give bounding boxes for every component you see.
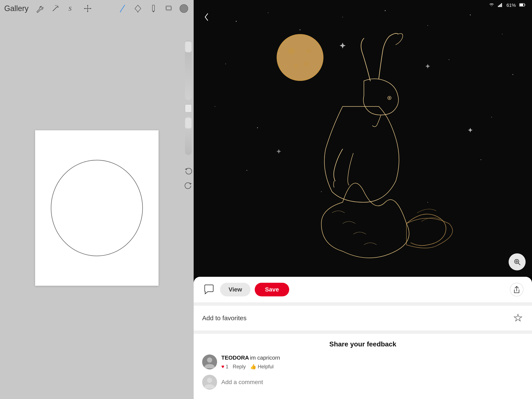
toolbar-right-tools [117, 3, 189, 14]
reply-label: Reply [233, 364, 246, 370]
svg-point-41 [513, 74, 513, 75]
brush-size-scrollbar [183, 34, 194, 399]
svg-rect-22 [498, 6, 499, 7]
color-swatch[interactable] [178, 3, 189, 14]
visual-search-button[interactable] [509, 253, 526, 270]
opacity-slider-track[interactable] [185, 40, 192, 100]
procreate-toolbar: Gallery S [0, 0, 194, 17]
add-comment-input[interactable] [221, 379, 524, 386]
current-user-avatar [202, 375, 217, 390]
layers-tool[interactable] [163, 3, 174, 14]
svg-point-53 [294, 64, 298, 68]
smudge-tool[interactable] [148, 3, 159, 14]
share-button[interactable] [510, 283, 524, 296]
helpful-button[interactable]: 👍 Helpful [250, 364, 274, 370]
user-avatar [202, 354, 217, 369]
svg-point-30 [236, 21, 237, 22]
pin-image[interactable] [194, 0, 532, 277]
comment-button[interactable] [202, 283, 216, 296]
svg-rect-29 [194, 0, 532, 277]
circle-drawing [48, 148, 146, 268]
svg-point-31 [268, 13, 269, 13]
svg-point-33 [342, 17, 343, 18]
svg-point-63 [207, 357, 212, 363]
svg-line-4 [57, 5, 57, 6]
capricorn-illustration [194, 0, 532, 277]
move-tool[interactable] [82, 3, 93, 14]
magic-wand-tool[interactable] [50, 3, 61, 14]
svg-point-37 [502, 34, 503, 34]
svg-point-56 [389, 97, 390, 99]
feedback-section: Share your feedback TEODORA im capricorn [194, 334, 532, 399]
favorites-bar: Add to favorites [194, 306, 532, 330]
comment-content: TEODORA im capricorn ♥ 1 Reply 👍 [221, 354, 524, 370]
gallery-button[interactable]: Gallery [4, 4, 29, 13]
svg-marker-16 [152, 11, 154, 12]
action-bar: View Save [194, 277, 532, 302]
svg-rect-18 [166, 7, 171, 11]
svg-point-52 [304, 61, 309, 66]
svg-point-43 [257, 127, 258, 128]
thumbs-up-icon: 👍 [250, 364, 256, 370]
helpful-label: Helpful [258, 364, 274, 370]
svg-text:S: S [69, 5, 71, 12]
svg-line-58 [518, 263, 520, 265]
wrench-tool[interactable] [34, 3, 45, 14]
canvas-area[interactable] [0, 17, 194, 399]
comment-actions: ♥ 1 Reply 👍 Helpful [221, 364, 524, 370]
svg-point-45 [247, 170, 247, 171]
size-slider-track[interactable] [185, 117, 192, 155]
svg-rect-23 [499, 5, 500, 7]
size-slider-thumb[interactable] [185, 117, 192, 129]
comment-row: TEODORA im capricorn ♥ 1 Reply 👍 [202, 354, 524, 370]
save-button[interactable]: Save [255, 283, 289, 296]
lasso-tool[interactable]: S [66, 3, 77, 14]
bottom-sheet: View Save Add to favorites Share your fe… [194, 277, 532, 399]
svg-point-42 [215, 106, 215, 107]
svg-point-44 [491, 117, 492, 117]
svg-point-65 [207, 378, 212, 383]
commenter-name: TEODORA [221, 354, 249, 361]
svg-point-47 [321, 191, 322, 192]
svg-point-51 [288, 48, 295, 54]
svg-point-35 [428, 25, 428, 26]
battery-icon [519, 3, 526, 8]
svg-rect-24 [500, 4, 501, 7]
svg-point-32 [300, 29, 300, 30]
ios-status-bar: 61% [194, 0, 532, 11]
view-button[interactable]: View [220, 283, 250, 296]
wifi-icon [489, 3, 494, 8]
svg-point-40 [449, 59, 450, 60]
battery-percent-text: 61% [507, 3, 516, 8]
star-button[interactable] [513, 313, 524, 324]
svg-marker-10 [84, 8, 85, 9]
pinterest-panel: 61% [194, 0, 532, 399]
redo-button[interactable] [183, 180, 193, 190]
svg-marker-11 [90, 8, 91, 9]
svg-point-38 [225, 64, 226, 64]
opacity-slider-thumb[interactable] [185, 41, 192, 52]
svg-point-46 [481, 160, 481, 160]
drawing-canvas[interactable] [35, 130, 158, 286]
back-button[interactable] [200, 11, 213, 23]
svg-point-36 [470, 14, 471, 15]
svg-line-12 [120, 5, 125, 12]
svg-rect-27 [520, 4, 523, 6]
svg-rect-28 [525, 4, 525, 6]
undo-button[interactable] [183, 166, 193, 176]
like-number: 1 [226, 364, 228, 370]
pen-tool[interactable] [117, 3, 128, 14]
favorites-label: Add to favorites [202, 315, 247, 322]
like-count[interactable]: ♥ 1 [221, 364, 228, 370]
nib-tool[interactable] [132, 3, 143, 14]
procreate-panel: Gallery S [0, 0, 194, 399]
svg-rect-17 [166, 6, 171, 10]
svg-rect-25 [501, 3, 502, 7]
svg-line-0 [53, 7, 57, 11]
svg-marker-21 [190, 183, 192, 185]
heart-icon: ♥ [221, 364, 224, 370]
svg-rect-15 [152, 5, 154, 11]
svg-point-19 [51, 160, 143, 256]
reply-button[interactable]: Reply [233, 364, 246, 370]
svg-marker-9 [87, 11, 88, 12]
